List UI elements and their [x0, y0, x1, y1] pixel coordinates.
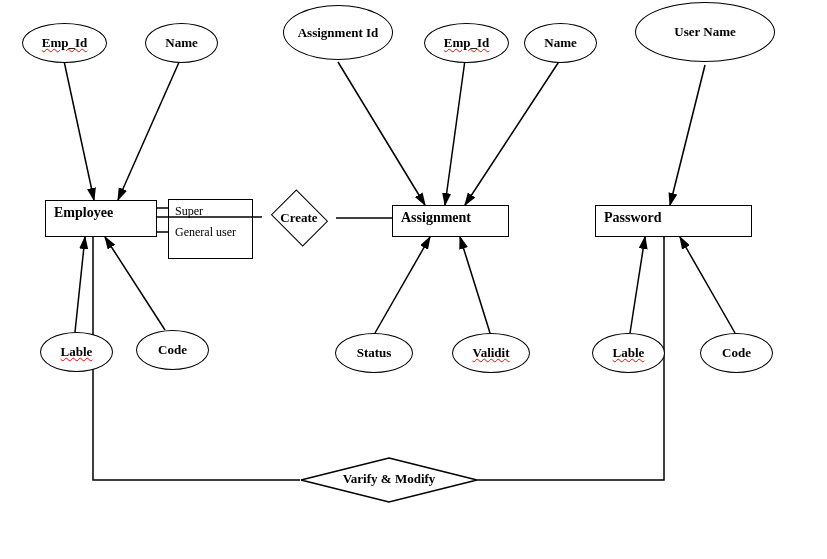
attr-emp-id-1-label: Emp_Id [42, 35, 88, 51]
attr-validit-label: Validit [472, 345, 509, 361]
attr-status-label: Status [357, 345, 392, 361]
svg-line-5 [445, 60, 465, 205]
entity-assignment: Assignment [392, 205, 509, 237]
svg-line-2 [75, 237, 85, 332]
attr-lable-1-label: Lable [61, 344, 93, 360]
svg-line-3 [105, 237, 165, 330]
attr-name-1: Name [145, 23, 218, 63]
svg-line-7 [375, 237, 430, 333]
entity-password-label: Password [604, 210, 662, 225]
label-general-user: General user [175, 225, 236, 240]
attr-emp-id-2: Emp_Id [424, 23, 509, 63]
entity-employee-label: Employee [54, 205, 113, 220]
attr-emp-id-2-label: Emp_Id [444, 35, 490, 51]
rel-create: Create [272, 196, 326, 240]
attr-user-name-label: User Name [674, 24, 736, 40]
attr-assignment-id: Assignment Id [283, 5, 393, 60]
svg-line-9 [670, 65, 705, 205]
svg-line-11 [680, 237, 735, 333]
svg-line-6 [465, 60, 560, 205]
entity-employee: Employee [45, 200, 157, 237]
attr-user-name: User Name [635, 2, 775, 62]
attr-name-2: Name [524, 23, 597, 63]
attr-lable-2: Lable [592, 333, 665, 373]
attr-code-1: Code [136, 330, 209, 370]
entity-password: Password [595, 205, 752, 237]
attr-name-2-label: Name [544, 35, 577, 51]
attr-lable-2-label: Lable [613, 345, 645, 361]
svg-line-8 [460, 237, 490, 333]
attr-code-1-label: Code [158, 342, 187, 358]
attr-code-2-label: Code [722, 345, 751, 361]
attr-assignment-id-label: Assignment Id [298, 25, 379, 41]
attr-validit: Validit [452, 333, 530, 373]
attr-status: Status [335, 333, 413, 373]
svg-line-1 [118, 60, 180, 200]
svg-line-4 [338, 62, 425, 205]
rel-varify-modify: Varify & Modify [300, 457, 478, 503]
attr-emp-id-1: Emp_Id [22, 23, 107, 63]
label-super: Super [175, 204, 203, 219]
svg-line-10 [630, 237, 645, 333]
rel-varify-modify-label: Varify & Modify [343, 471, 436, 486]
attr-lable-1: Lable [40, 332, 113, 372]
svg-line-0 [64, 61, 94, 200]
attr-name-1-label: Name [165, 35, 198, 51]
attr-code-2: Code [700, 333, 773, 373]
entity-assignment-label: Assignment [401, 210, 471, 225]
rel-create-label: Create [274, 210, 323, 226]
